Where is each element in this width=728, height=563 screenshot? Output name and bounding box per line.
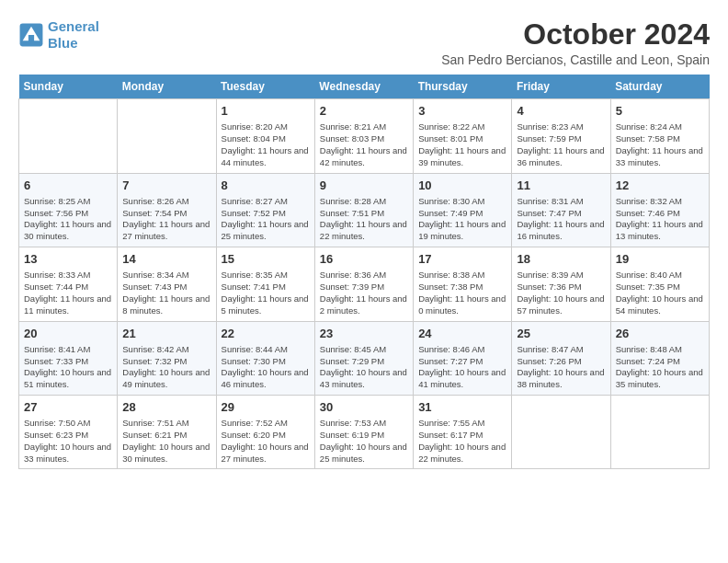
day-info: Sunrise: 8:27 AM Sunset: 7:52 PM Dayligh…	[222, 196, 310, 243]
calendar-cell: 31Sunrise: 7:55 AM Sunset: 6:17 PM Dayli…	[414, 395, 512, 468]
week-row-1: 1Sunrise: 8:20 AM Sunset: 8:04 PM Daylig…	[19, 99, 710, 173]
calendar-table: SundayMondayTuesdayWednesdayThursdayFrid…	[18, 75, 710, 469]
calendar-cell: 22Sunrise: 8:44 AM Sunset: 7:30 PM Dayli…	[216, 321, 314, 395]
day-number: 3	[418, 103, 506, 120]
weekday-header-wednesday: Wednesday	[314, 75, 413, 99]
day-number: 23	[320, 326, 408, 342]
day-info: Sunrise: 8:30 AM Sunset: 7:49 PM Dayligh…	[418, 196, 506, 243]
day-number: 8	[222, 178, 310, 194]
calendar-cell: 7Sunrise: 8:26 AM Sunset: 7:54 PM Daylig…	[118, 173, 216, 247]
calendar-cell: 28Sunrise: 7:51 AM Sunset: 6:21 PM Dayli…	[118, 395, 216, 468]
calendar-cell: 10Sunrise: 8:30 AM Sunset: 7:49 PM Dayli…	[414, 173, 512, 247]
calendar-cell: 30Sunrise: 7:53 AM Sunset: 6:19 PM Dayli…	[314, 395, 413, 468]
day-info: Sunrise: 8:22 AM Sunset: 8:01 PM Dayligh…	[418, 121, 506, 168]
day-info: Sunrise: 8:25 AM Sunset: 7:56 PM Dayligh…	[24, 196, 112, 243]
logo-line1: General	[48, 18, 99, 34]
day-info: Sunrise: 8:26 AM Sunset: 7:54 PM Dayligh…	[122, 196, 210, 243]
day-info: Sunrise: 8:24 AM Sunset: 7:58 PM Dayligh…	[616, 121, 704, 168]
day-number: 24	[418, 326, 506, 342]
day-number: 4	[517, 103, 605, 120]
svg-rect-2	[28, 35, 34, 42]
calendar-cell: 3Sunrise: 8:22 AM Sunset: 8:01 PM Daylig…	[414, 99, 512, 173]
calendar-cell: 18Sunrise: 8:39 AM Sunset: 7:36 PM Dayli…	[512, 247, 610, 321]
day-info: Sunrise: 8:31 AM Sunset: 7:47 PM Dayligh…	[517, 196, 605, 243]
day-info: Sunrise: 8:46 AM Sunset: 7:27 PM Dayligh…	[418, 344, 506, 391]
calendar-cell: 2Sunrise: 8:21 AM Sunset: 8:03 PM Daylig…	[314, 99, 413, 173]
calendar-cell: 27Sunrise: 7:50 AM Sunset: 6:23 PM Dayli…	[19, 395, 118, 468]
header: General Blue October 2024 San Pedro Berc…	[18, 18, 710, 67]
day-number: 11	[517, 178, 605, 194]
calendar-cell: 26Sunrise: 8:48 AM Sunset: 7:24 PM Dayli…	[610, 321, 709, 395]
weekday-header-saturday: Saturday	[610, 75, 709, 99]
day-number: 1	[222, 103, 310, 120]
day-number: 22	[222, 326, 310, 342]
week-row-4: 20Sunrise: 8:41 AM Sunset: 7:33 PM Dayli…	[19, 321, 710, 395]
day-info: Sunrise: 8:33 AM Sunset: 7:44 PM Dayligh…	[24, 270, 112, 316]
day-number: 12	[616, 178, 704, 194]
day-number: 25	[517, 326, 605, 342]
day-number: 21	[122, 326, 210, 342]
calendar-cell: 24Sunrise: 8:46 AM Sunset: 7:27 PM Dayli…	[414, 321, 512, 395]
day-number: 29	[222, 399, 310, 416]
logo-text: General Blue	[48, 18, 99, 52]
day-info: Sunrise: 8:35 AM Sunset: 7:41 PM Dayligh…	[222, 270, 310, 316]
calendar-cell	[512, 395, 610, 468]
calendar-cell: 12Sunrise: 8:32 AM Sunset: 7:46 PM Dayli…	[610, 173, 709, 247]
main-title: October 2024	[441, 18, 710, 51]
weekday-header-tuesday: Tuesday	[216, 75, 314, 99]
weekday-header-row: SundayMondayTuesdayWednesdayThursdayFrid…	[19, 75, 710, 99]
week-row-3: 13Sunrise: 8:33 AM Sunset: 7:44 PM Dayli…	[19, 247, 710, 321]
day-info: Sunrise: 8:41 AM Sunset: 7:33 PM Dayligh…	[24, 344, 112, 391]
day-info: Sunrise: 7:50 AM Sunset: 6:23 PM Dayligh…	[24, 418, 112, 465]
calendar-cell: 21Sunrise: 8:42 AM Sunset: 7:32 PM Dayli…	[118, 321, 216, 395]
day-number: 30	[320, 399, 408, 416]
calendar-cell: 9Sunrise: 8:28 AM Sunset: 7:51 PM Daylig…	[314, 173, 413, 247]
calendar-cell: 14Sunrise: 8:34 AM Sunset: 7:43 PM Dayli…	[118, 247, 216, 321]
day-number: 20	[24, 326, 112, 342]
day-info: Sunrise: 8:44 AM Sunset: 7:30 PM Dayligh…	[222, 344, 310, 391]
day-number: 27	[24, 399, 112, 416]
day-number: 16	[320, 251, 408, 268]
calendar-cell: 16Sunrise: 8:36 AM Sunset: 7:39 PM Dayli…	[314, 247, 413, 321]
day-info: Sunrise: 8:28 AM Sunset: 7:51 PM Dayligh…	[320, 196, 408, 243]
logo: General Blue	[18, 18, 99, 52]
calendar-cell: 19Sunrise: 8:40 AM Sunset: 7:35 PM Dayli…	[610, 247, 709, 321]
day-number: 26	[616, 326, 704, 342]
calendar-cell: 4Sunrise: 8:23 AM Sunset: 7:59 PM Daylig…	[512, 99, 610, 173]
day-number: 28	[122, 399, 210, 416]
calendar-cell	[19, 99, 118, 173]
title-area: October 2024 San Pedro Bercianos, Castil…	[441, 18, 710, 67]
day-info: Sunrise: 8:39 AM Sunset: 7:36 PM Dayligh…	[517, 270, 605, 316]
day-info: Sunrise: 7:52 AM Sunset: 6:20 PM Dayligh…	[222, 418, 310, 465]
calendar-cell: 1Sunrise: 8:20 AM Sunset: 8:04 PM Daylig…	[216, 99, 314, 173]
day-number: 18	[517, 251, 605, 268]
calendar-cell: 5Sunrise: 8:24 AM Sunset: 7:58 PM Daylig…	[610, 99, 709, 173]
calendar-cell: 15Sunrise: 8:35 AM Sunset: 7:41 PM Dayli…	[216, 247, 314, 321]
day-number: 13	[24, 251, 112, 268]
calendar-cell: 6Sunrise: 8:25 AM Sunset: 7:56 PM Daylig…	[19, 173, 118, 247]
day-number: 9	[320, 178, 408, 194]
day-info: Sunrise: 8:20 AM Sunset: 8:04 PM Dayligh…	[222, 121, 310, 168]
day-number: 6	[24, 178, 112, 194]
day-info: Sunrise: 8:42 AM Sunset: 7:32 PM Dayligh…	[122, 344, 210, 391]
calendar-cell: 20Sunrise: 8:41 AM Sunset: 7:33 PM Dayli…	[19, 321, 118, 395]
weekday-header-sunday: Sunday	[19, 75, 118, 99]
week-row-5: 27Sunrise: 7:50 AM Sunset: 6:23 PM Dayli…	[19, 395, 710, 468]
day-info: Sunrise: 7:53 AM Sunset: 6:19 PM Dayligh…	[320, 418, 408, 465]
weekday-header-friday: Friday	[512, 75, 610, 99]
logo-icon	[18, 22, 44, 48]
day-info: Sunrise: 8:34 AM Sunset: 7:43 PM Dayligh…	[122, 270, 210, 316]
day-info: Sunrise: 8:40 AM Sunset: 7:35 PM Dayligh…	[616, 270, 704, 316]
calendar-cell: 25Sunrise: 8:47 AM Sunset: 7:26 PM Dayli…	[512, 321, 610, 395]
day-info: Sunrise: 7:51 AM Sunset: 6:21 PM Dayligh…	[122, 418, 210, 465]
weekday-header-thursday: Thursday	[414, 75, 512, 99]
day-number: 10	[418, 178, 506, 194]
week-row-2: 6Sunrise: 8:25 AM Sunset: 7:56 PM Daylig…	[19, 173, 710, 247]
day-number: 2	[320, 103, 408, 120]
day-info: Sunrise: 8:45 AM Sunset: 7:29 PM Dayligh…	[320, 344, 408, 391]
day-info: Sunrise: 7:55 AM Sunset: 6:17 PM Dayligh…	[418, 418, 506, 465]
day-number: 31	[418, 399, 506, 416]
day-info: Sunrise: 8:23 AM Sunset: 7:59 PM Dayligh…	[517, 121, 605, 168]
day-number: 5	[616, 103, 704, 120]
day-number: 14	[122, 251, 210, 268]
